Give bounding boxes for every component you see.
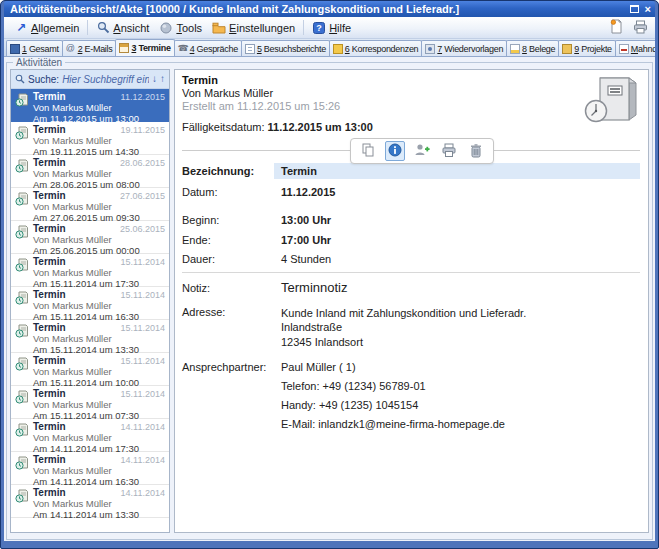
appointment-item-icon: [15, 390, 29, 418]
activity-list-item[interactable]: Termin 15.11.2014 Von Markus Müller Am 1…: [11, 320, 169, 353]
tabbar: 1 Gesamt 2 E-Mails 3 Termine 4 Gespräche…: [4, 39, 655, 57]
overview-tab-icon: [10, 44, 20, 54]
search-prev-button[interactable]: ↑: [160, 74, 165, 84]
tab-wiedervorlagen[interactable]: 7 Wiedervorlagen: [421, 40, 507, 56]
menu-einstellungen[interactable]: Einstellungen: [207, 19, 300, 37]
fields-separator: [182, 272, 640, 273]
tab-besuchsberichte[interactable]: 5 Besuchsberichte: [241, 40, 330, 56]
tab-emails[interactable]: 2 E-Mails: [62, 40, 117, 56]
menu-separator: [303, 20, 304, 35]
activity-list-item[interactable]: Termin 15.11.2014 Von Markus Müller Am 1…: [11, 287, 169, 320]
activity-list-item[interactable]: Termin 11.12.2015 Von Markus Müller Am 1…: [11, 89, 169, 122]
add-contact-button[interactable]: [412, 141, 432, 161]
menu-allgemein[interactable]: ↗ Allgemein: [9, 19, 84, 37]
tab-korrespondenzen[interactable]: 6 Korrespondenzen: [329, 40, 422, 56]
appointment-detail-panel: Termin Von Markus Müller Erstellt am 11.…: [174, 69, 649, 533]
svg-text:?: ?: [316, 23, 322, 33]
appointment-book-clock-icon: [583, 73, 641, 129]
appointment-item-icon: [15, 93, 29, 121]
appointment-item-icon: [15, 225, 29, 253]
search-icon: [15, 70, 25, 88]
copy-document-button[interactable]: [358, 141, 378, 161]
sphere-icon: [159, 21, 173, 35]
menubar-items: ↗ Allgemein Ansicht Tools Einstellungen …: [9, 19, 356, 37]
due-date-row: Fälligkeitsdatum: 11.12.2015 um 13:00: [182, 121, 640, 133]
activity-list: Termin 11.12.2015 Von Markus Müller Am 1…: [11, 89, 169, 532]
info-button[interactable]: [385, 141, 405, 161]
field-ansprechpartner: Ansprechpartner: Paul Müller ( 1) Telefo…: [182, 361, 640, 430]
appointment-item-icon: [15, 258, 29, 286]
detail-divider: [182, 150, 640, 151]
appointment-item-icon: [15, 324, 29, 352]
calendar-tab-icon: [119, 43, 129, 53]
field-beginn: Beginn: 13:00 Uhr: [182, 214, 640, 226]
printer-icon: [633, 20, 648, 36]
menu-ansicht[interactable]: Ansicht: [91, 19, 154, 37]
contact-phone: Telefon: +49 (1234) 56789-01: [281, 380, 640, 392]
menubar-right: [608, 20, 650, 36]
restore-button[interactable]: [630, 5, 639, 13]
report-tab-icon: [245, 44, 255, 54]
activity-list-item[interactable]: Termin 14.11.2014 Von Markus Müller Am 1…: [11, 419, 169, 452]
activity-list-item[interactable]: Termin 15.11.2014 Von Markus Müller Am 1…: [11, 386, 169, 419]
adresse-line1: Kunde Inland mit Zahlungskondition und L…: [281, 306, 640, 320]
tabs-container: 1 Gesamt 2 E-Mails 3 Termine 4 Gespräche…: [7, 39, 655, 56]
search-next-button[interactable]: ↓: [152, 74, 157, 84]
titlebar: Aktivitätenübersicht/Akte [10000 / Kunde…: [4, 1, 655, 17]
receipt-tab-icon: [510, 44, 520, 54]
menu-separator: [87, 20, 88, 35]
search-label: Suche:: [28, 74, 59, 85]
close-button[interactable]: ×: [645, 4, 651, 14]
menubar: ↗ Allgemein Ansicht Tools Einstellungen …: [4, 17, 655, 39]
new-document-button[interactable]: [608, 20, 624, 36]
appointment-item-icon: [15, 192, 29, 220]
activity-list-item[interactable]: Termin 27.06.2015 Von Markus Müller Am 2…: [11, 188, 169, 221]
activity-list-item[interactable]: Termin 14.11.2014 Von Markus Müller Am 1…: [11, 452, 169, 485]
folder-icon: [212, 21, 226, 35]
contact-name: Paul Müller ( 1): [281, 361, 640, 373]
activity-list-item[interactable]: Termin 28.06.2015 Von Markus Müller Am 2…: [11, 155, 169, 188]
activity-list-item[interactable]: Termin 14.11.2014 Von Markus Müller Am 1…: [11, 485, 169, 518]
print-menu-button[interactable]: [632, 20, 648, 36]
info-icon: [388, 143, 402, 159]
tab-belege[interactable]: 8 Belege: [506, 40, 559, 56]
at-tab-icon: [66, 44, 76, 54]
arrow-up-right-icon: ↗: [14, 21, 28, 35]
menu-hilfe[interactable]: ? Hilfe: [307, 19, 356, 37]
activity-list-item[interactable]: Termin 15.11.2014 Von Markus Müller Am 1…: [11, 254, 169, 287]
activity-search[interactable]: Suche: ↓ ↑: [11, 70, 169, 89]
activity-list-item[interactable]: Termin 19.11.2015 Von Markus Müller Am 1…: [11, 122, 169, 155]
tab-gespraeche[interactable]: 4 Gespräche: [174, 40, 242, 56]
detail-created: Erstellt am 11.12.2015 um 15:26: [182, 100, 640, 112]
field-datum: Datum: 11.12.2015: [182, 186, 640, 198]
delete-button[interactable]: [466, 141, 486, 161]
appointment-item-icon: [15, 126, 29, 154]
printer-icon: [441, 143, 457, 160]
new-document-icon: [610, 19, 623, 36]
copy-document-icon: [360, 142, 376, 160]
add-contact-icon: [414, 142, 430, 160]
detail-toolbar: [350, 138, 494, 164]
dunning-tab-icon: [619, 44, 629, 54]
magnifier-icon: [96, 21, 110, 35]
app-window: Aktivitätenübersicht/Akte [10000 / Kunde…: [0, 0, 659, 549]
activity-list-item[interactable]: Termin 25.06.2015 Von Markus Müller Am 2…: [11, 221, 169, 254]
window-title: Aktivitätenübersicht/Akte [10000 / Kunde…: [10, 3, 624, 15]
activity-list-panel: Suche: ↓ ↑ Termin 11.12.2015: [10, 69, 170, 533]
tab-gesamt[interactable]: 1 Gesamt: [6, 40, 63, 56]
activity-list-item[interactable]: Termin 15.11.2014 Von Markus Müller Am 1…: [11, 353, 169, 386]
phone-tab-icon: [178, 44, 188, 54]
tab-mahndokumente[interactable]: Mahndokumente: [615, 40, 655, 56]
appointment-item-icon: [15, 423, 29, 451]
tab-termine[interactable]: 3 Termine: [115, 39, 174, 57]
search-input[interactable]: [62, 74, 149, 85]
letter-tab-icon: [333, 44, 343, 54]
appointment-fields: Bezeichnung: Termin Datum: 11.12.2015 Be…: [182, 163, 640, 430]
menu-tools[interactable]: Tools: [154, 19, 207, 37]
appointment-item-icon: [15, 357, 29, 385]
field-ende: Ende: 17:00 Uhr: [182, 234, 640, 246]
detail-title: Termin: [182, 74, 640, 86]
print-button[interactable]: [439, 141, 459, 161]
tab-projekte[interactable]: 9 Projekte: [558, 40, 616, 56]
contact-email: E-Mail: inlandzk1@meine-firma-homepage.d…: [281, 418, 640, 430]
